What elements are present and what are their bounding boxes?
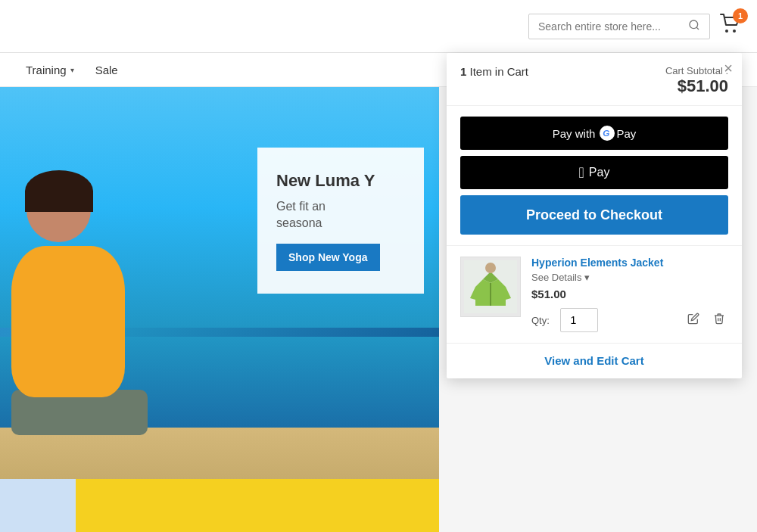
banner-right xyxy=(76,479,439,532)
item-actions xyxy=(684,310,728,331)
qty-row: Qty: xyxy=(531,308,728,332)
apple-pay-button[interactable]:  Pay xyxy=(460,156,728,189)
search-bar xyxy=(528,14,710,39)
qty-label-group: Qty: xyxy=(531,308,598,332)
product-name-link[interactable]: Hyperion Elements Jacket xyxy=(531,257,728,269)
svg-point-0 xyxy=(690,20,698,29)
cart-footer: View and Edit Cart xyxy=(447,344,742,378)
cart-item-details: Hyperion Elements Jacket See Details ▾ $… xyxy=(531,257,728,332)
shop-now-button[interactable]: Shop New Yoga xyxy=(276,244,380,271)
hero-title: New Luma Y xyxy=(276,170,405,192)
view-edit-cart-link[interactable]: View and Edit Cart xyxy=(544,354,643,367)
cart-subtotal-block: Cart Subtotal : $51.00 xyxy=(665,65,728,96)
product-image xyxy=(460,257,521,317)
svg-point-2 xyxy=(725,30,728,33)
header: 1 xyxy=(0,0,757,53)
edit-item-button[interactable] xyxy=(684,310,702,331)
google-pay-button[interactable]: Pay with G Pay xyxy=(460,117,728,150)
cart-button[interactable]: 1 xyxy=(719,13,742,39)
banner-left xyxy=(0,479,76,532)
hero-text-box: New Luma Y Get fit an seasona Shop New Y… xyxy=(257,148,424,294)
cart-dropdown: 1 Item in Cart Cart Subtotal : $51.00 × … xyxy=(447,53,742,378)
delete-item-button[interactable] xyxy=(710,310,728,331)
cart-subtotal-label: Cart Subtotal : xyxy=(665,65,728,76)
cart-subtotal-amount: $51.00 xyxy=(665,76,728,96)
cart-dropdown-header: 1 Item in Cart Cart Subtotal : $51.00 xyxy=(447,53,742,106)
nav-item-training[interactable]: Training ▾ xyxy=(15,53,85,86)
cart-badge: 1 xyxy=(733,8,748,23)
nav-item-sale[interactable]: Sale xyxy=(85,53,129,86)
search-input[interactable] xyxy=(538,20,685,33)
chevron-down-icon: ▾ xyxy=(70,66,74,74)
cart-item: Hyperion Elements Jacket See Details ▾ $… xyxy=(447,246,742,344)
cart-actions: Pay with G Pay  Pay Proceed to Checkout xyxy=(447,106,742,246)
apple-logo-icon:  xyxy=(579,165,584,180)
chevron-down-icon: ▾ xyxy=(584,272,590,283)
qty-input[interactable] xyxy=(560,308,598,332)
svg-point-3 xyxy=(733,30,736,33)
search-icon-button[interactable] xyxy=(688,19,700,34)
checkout-button[interactable]: Proceed to Checkout xyxy=(460,195,728,235)
svg-point-8 xyxy=(485,263,496,273)
see-details-toggle[interactable]: See Details ▾ xyxy=(531,272,728,283)
svg-text:G: G xyxy=(603,128,610,138)
bottom-banner xyxy=(0,479,439,532)
hero-banner: New Luma Y Get fit an seasona Shop New Y… xyxy=(0,87,439,488)
close-button[interactable]: × xyxy=(724,61,733,76)
cart-item-price: $51.00 xyxy=(531,288,728,300)
cart-items-count-label: 1 Item in Cart xyxy=(460,65,528,78)
svg-line-1 xyxy=(696,27,699,30)
qty-label: Qty: xyxy=(531,315,550,326)
hero-subtitle: Get fit an seasona xyxy=(276,198,405,232)
